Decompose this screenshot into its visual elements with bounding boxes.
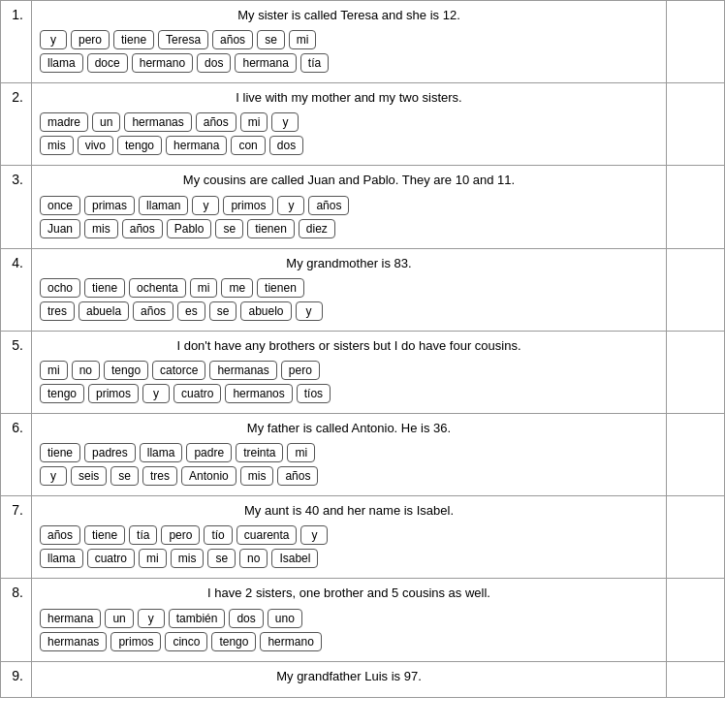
- word-button[interactable]: primos: [110, 632, 161, 651]
- word-button[interactable]: años: [133, 301, 173, 321]
- word-button[interactable]: hermanos: [225, 384, 292, 403]
- word-button[interactable]: dos: [197, 53, 231, 73]
- word-button[interactable]: años: [122, 219, 163, 238]
- word-button[interactable]: hermanas: [40, 632, 107, 651]
- word-button[interactable]: y: [192, 196, 219, 215]
- word-button[interactable]: tres: [142, 466, 177, 486]
- word-button[interactable]: se: [207, 549, 236, 568]
- word-button[interactable]: padres: [84, 443, 136, 462]
- word-button[interactable]: treinta: [236, 443, 283, 462]
- word-button[interactable]: mi: [289, 30, 317, 49]
- word-button[interactable]: tíos: [297, 384, 331, 403]
- word-button[interactable]: mi: [190, 278, 218, 298]
- word-button[interactable]: y: [271, 112, 299, 132]
- word-button[interactable]: once: [40, 196, 80, 215]
- word-button[interactable]: diez: [299, 219, 335, 238]
- word-button[interactable]: vivo: [78, 136, 113, 155]
- word-button[interactable]: dos: [269, 136, 303, 155]
- word-button[interactable]: años: [212, 30, 253, 49]
- word-button[interactable]: ochenta: [129, 278, 186, 298]
- word-button[interactable]: y: [296, 301, 323, 321]
- word-button[interactable]: tengo: [104, 361, 148, 380]
- word-button[interactable]: tiene: [113, 30, 154, 49]
- word-button[interactable]: y: [277, 196, 304, 215]
- word-button[interactable]: padre: [186, 443, 232, 462]
- word-button[interactable]: Teresa: [158, 30, 208, 49]
- word-button[interactable]: pero: [281, 361, 320, 380]
- word-button[interactable]: es: [177, 301, 205, 321]
- word-button[interactable]: cuatro: [173, 384, 221, 403]
- word-button[interactable]: se: [257, 30, 285, 49]
- word-button[interactable]: llama: [40, 549, 83, 568]
- word-button[interactable]: también: [169, 609, 226, 628]
- word-button[interactable]: ocho: [40, 278, 80, 298]
- word-button[interactable]: años: [196, 112, 236, 132]
- word-button[interactable]: Pablo: [167, 219, 212, 238]
- word-button[interactable]: llama: [40, 53, 83, 73]
- word-button[interactable]: llaman: [139, 196, 188, 215]
- word-button[interactable]: mi: [287, 443, 315, 462]
- word-button[interactable]: Juan: [40, 219, 80, 238]
- word-button[interactable]: mi: [240, 112, 268, 132]
- word-button[interactable]: y: [40, 30, 67, 49]
- word-button[interactable]: mis: [171, 549, 205, 568]
- word-button[interactable]: me: [221, 278, 253, 298]
- word-button[interactable]: años: [40, 525, 80, 545]
- word-button[interactable]: mis: [240, 466, 274, 486]
- word-button[interactable]: hermanas: [209, 361, 276, 380]
- word-button[interactable]: pero: [161, 525, 200, 545]
- word-button[interactable]: catorce: [152, 361, 205, 380]
- word-button[interactable]: primas: [84, 196, 135, 215]
- word-button[interactable]: abuelo: [240, 301, 291, 321]
- word-button[interactable]: no: [239, 549, 268, 568]
- word-button[interactable]: y: [300, 525, 328, 545]
- word-button[interactable]: no: [72, 361, 100, 380]
- word-button[interactable]: pero: [71, 30, 110, 49]
- word-button[interactable]: con: [231, 136, 265, 155]
- word-button[interactable]: tiene: [84, 278, 125, 298]
- word-button[interactable]: primos: [88, 384, 139, 403]
- word-button[interactable]: hermana: [235, 53, 296, 73]
- word-button[interactable]: cuatro: [87, 549, 135, 568]
- word-button[interactable]: se: [215, 219, 243, 238]
- word-button[interactable]: seis: [71, 466, 107, 486]
- word-button[interactable]: años: [277, 466, 318, 486]
- word-button[interactable]: tío: [204, 525, 232, 545]
- word-button[interactable]: tengo: [211, 632, 256, 651]
- word-button[interactable]: abuela: [79, 301, 129, 321]
- word-button[interactable]: tengo: [117, 136, 162, 155]
- word-button[interactable]: hermana: [40, 609, 101, 628]
- word-button[interactable]: mi: [40, 361, 68, 380]
- word-button[interactable]: un: [105, 609, 133, 628]
- word-button[interactable]: mi: [139, 549, 167, 568]
- word-button[interactable]: y: [138, 609, 165, 628]
- word-button[interactable]: primos: [223, 196, 273, 215]
- word-button[interactable]: mis: [84, 219, 118, 238]
- word-button[interactable]: cuarenta: [236, 525, 298, 545]
- word-button[interactable]: se: [110, 466, 139, 486]
- word-button[interactable]: llama: [140, 443, 183, 462]
- word-button[interactable]: doce: [87, 53, 128, 73]
- word-button[interactable]: tía: [300, 53, 329, 73]
- word-button[interactable]: tiene: [40, 443, 80, 462]
- word-button[interactable]: tres: [40, 301, 75, 321]
- word-button[interactable]: hermanas: [124, 112, 191, 132]
- word-button[interactable]: y: [142, 384, 170, 403]
- word-button[interactable]: tienen: [257, 278, 304, 298]
- word-button[interactable]: uno: [268, 609, 302, 628]
- word-button[interactable]: tienen: [247, 219, 295, 238]
- word-button[interactable]: hermana: [166, 136, 227, 155]
- word-button[interactable]: cinco: [165, 632, 207, 651]
- word-button[interactable]: madre: [40, 112, 88, 132]
- word-button[interactable]: Antonio: [181, 466, 236, 486]
- word-button[interactable]: tengo: [40, 384, 84, 403]
- word-button[interactable]: tiene: [84, 525, 125, 545]
- word-button[interactable]: mis: [40, 136, 74, 155]
- word-button[interactable]: y: [40, 466, 67, 486]
- word-button[interactable]: un: [92, 112, 120, 132]
- word-button[interactable]: hermano: [132, 53, 193, 73]
- word-button[interactable]: Isabel: [271, 549, 318, 568]
- word-button[interactable]: hermano: [260, 632, 321, 651]
- word-button[interactable]: años: [308, 196, 349, 215]
- word-button[interactable]: se: [209, 301, 237, 321]
